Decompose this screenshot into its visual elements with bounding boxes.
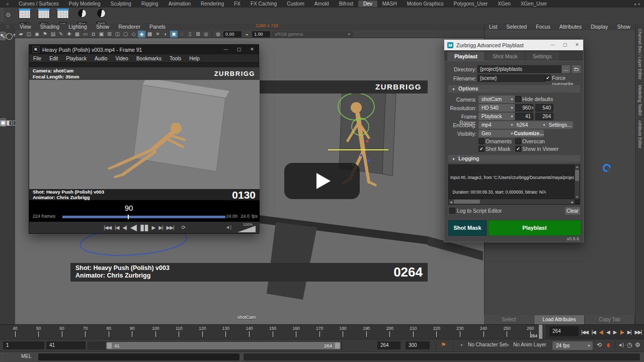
player-menu[interactable]: Playback: [62, 56, 91, 61]
maximize-button[interactable]: ▢: [559, 40, 571, 50]
grid-icon[interactable]: ▦: [73, 31, 81, 38]
attribute-editor-menu[interactable]: List: [485, 24, 502, 30]
scroll-down-icon[interactable]: ▼: [576, 196, 579, 199]
frame-range-dropdown[interactable]: Playback▼: [478, 113, 515, 120]
logging-section-header[interactable]: ▼Logging: [448, 155, 580, 162]
player-menu[interactable]: Edit: [45, 56, 62, 61]
time-slider[interactable]: 264 405060708090100110120130140150160170…: [0, 325, 547, 339]
shelf-tab[interactable]: Rigging: [136, 1, 164, 7]
go-to-start-button[interactable]: |◀◀: [104, 225, 111, 230]
playhead[interactable]: [128, 215, 129, 219]
clear-log-button[interactable]: Clear: [565, 207, 580, 215]
shelf-tab[interactable]: Poly Modeling: [64, 1, 106, 7]
tab-channel-box[interactable]: Channel Box / Layer Editor: [637, 29, 642, 80]
player-menu[interactable]: Audio: [91, 56, 112, 61]
gamma-toggle-icon[interactable]: ◒: [243, 31, 251, 38]
playblast-titlebar[interactable]: M Zurbrigg Advanced Playblast — ▢ ✕: [444, 40, 583, 50]
shelf-tab[interactable]: Bifrost: [334, 1, 358, 7]
resolution-gate-icon[interactable]: ◘: [90, 31, 97, 38]
shelf-tab[interactable]: Custom: [282, 1, 309, 7]
shelf-tab[interactable]: Motion Graphics: [402, 1, 449, 7]
step-back-key-button[interactable]: |◀: [592, 329, 595, 335]
command-line-grip[interactable]: [1, 353, 4, 361]
safe-action-icon[interactable]: ◫: [114, 31, 121, 38]
loop-playback-icon[interactable]: ⟲: [597, 341, 602, 348]
current-time-marker[interactable]: [539, 325, 542, 339]
colorspace-dropdown[interactable]: sRGB gamma▾: [272, 31, 353, 37]
player-menu[interactable]: File: [29, 56, 45, 61]
shelf-tab[interactable]: Dev: [358, 1, 377, 7]
shelf-tab[interactable]: Arnold: [309, 1, 334, 7]
next-bookmark-button[interactable]: ▶|: [158, 225, 163, 230]
visibility-customize-button[interactable]: Customize...: [514, 130, 544, 137]
player-menu[interactable]: Video: [112, 56, 132, 61]
chevron-down-icon[interactable]: ▼: [460, 343, 463, 347]
shadows-icon[interactable]: ◐: [162, 31, 170, 38]
textured-icon[interactable]: ▩: [146, 31, 153, 38]
player-video-area[interactable]: [29, 80, 260, 189]
viewport-menu[interactable]: Renderer: [114, 24, 145, 30]
shelf-gear-icon[interactable]: ⚙: [6, 12, 11, 19]
ornaments-checkbox[interactable]: [478, 138, 485, 144]
camera-dropdown[interactable]: shotCam▼: [478, 96, 515, 103]
single-pane-layout-icon[interactable]: ▣: [0, 119, 6, 126]
current-time-field[interactable]: 264: [549, 326, 579, 336]
tab-shot-mask[interactable]: Shot Mask: [486, 52, 525, 61]
log-to-script-editor-checkbox[interactable]: [449, 208, 455, 214]
shelf-scroll-icons[interactable]: ▲ ●: [633, 2, 644, 6]
shelf-tab[interactable]: Curves / Surfaces: [14, 1, 63, 7]
close-button[interactable]: ✕: [246, 45, 259, 54]
shelf-tab[interactable]: Rendering: [196, 1, 229, 7]
scroll-right-icon[interactable]: ▶: [571, 200, 574, 204]
step-forward-button[interactable]: ▶: [152, 225, 155, 230]
two-pane-layout-icon[interactable]: ◧: [6, 119, 12, 126]
shelf-tab[interactable]: XGen: [493, 1, 516, 7]
viewport-menu[interactable]: Show: [92, 24, 114, 30]
gamma-field[interactable]: 1.00: [252, 31, 270, 37]
anim-layer-dropdown[interactable]: No Anim Layer: [513, 342, 546, 347]
xray-icon[interactable]: ⊠: [194, 31, 202, 38]
shot-mask-button[interactable]: Shot Mask: [448, 220, 487, 236]
resolution-dropdown[interactable]: HD 540▼: [478, 104, 515, 112]
shelf-menu-icon[interactable]: ≡: [0, 2, 14, 7]
range-start-handle[interactable]: [107, 342, 112, 349]
encoder-settings-button[interactable]: Settings...: [547, 121, 573, 129]
player-menu[interactable]: Help: [185, 56, 204, 61]
step-back-button[interactable]: ◀|: [122, 225, 126, 230]
go-to-start-button[interactable]: |◀◀: [581, 329, 588, 335]
go-to-end-button[interactable]: ▶▶|: [634, 329, 641, 335]
play-backward-button[interactable]: ◀: [130, 222, 136, 233]
width-field[interactable]: 960: [515, 104, 533, 112]
wireframe-icon[interactable]: ◇: [130, 31, 137, 38]
tab-attribute-editor[interactable]: Attribute Editor: [637, 120, 642, 148]
pause-button[interactable]: ▮▮: [140, 222, 148, 233]
attribute-editor-menu[interactable]: Display: [586, 24, 612, 30]
character-set-dropdown[interactable]: No Character Set: [468, 342, 507, 347]
hide-defaults-checkbox[interactable]: [515, 96, 521, 102]
force-overwrite-checkbox[interactable]: ✓: [545, 75, 551, 81]
lights-icon[interactable]: ☀: [154, 31, 162, 38]
lasso-tool-icon[interactable]: ◯: [6, 32, 13, 40]
range-slider-bar[interactable]: 41 264: [106, 342, 341, 349]
film-gate-icon[interactable]: ▭: [82, 31, 89, 38]
start-frame-field[interactable]: 41: [515, 113, 533, 120]
select-tool-icon[interactable]: ↖: [0, 32, 6, 40]
play-backward-button[interactable]: ◀: [606, 329, 609, 335]
visibility-dropdown[interactable]: Geo▼: [478, 130, 515, 137]
viewport-menu[interactable]: Shading: [36, 24, 64, 30]
maximize-button[interactable]: ▢: [232, 45, 246, 54]
show-in-viewer-checkbox[interactable]: ✓: [515, 146, 521, 152]
exposure-field[interactable]: 0.00: [223, 31, 242, 37]
playblast-button[interactable]: Playblast: [488, 220, 581, 236]
camera-lock-icon[interactable]: ◫: [25, 31, 33, 38]
step-back-frame-button[interactable]: ◀|: [599, 329, 602, 335]
shelf-tab[interactable]: FX: [229, 1, 246, 7]
step-forward-key-button[interactable]: ▶|: [627, 329, 631, 335]
shelf-tab[interactable]: MASH: [377, 1, 402, 7]
command-input[interactable]: [38, 353, 239, 360]
horizontal-scrollbar[interactable]: ◀ ▶: [449, 199, 575, 204]
go-to-end-button[interactable]: ▶▶|: [167, 225, 174, 230]
scroll-up-icon[interactable]: ▲: [576, 165, 579, 168]
attribute-editor-menu[interactable]: Show: [613, 24, 635, 30]
load-attributes-button[interactable]: Load Attributes: [534, 315, 585, 324]
